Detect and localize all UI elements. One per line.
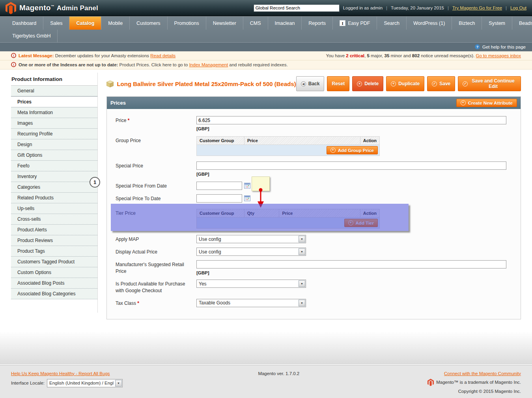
calendar-icon [244,182,250,189]
google-checkout-select[interactable]: Yes [196,280,306,288]
nav-item-cms[interactable]: CMS [243,17,268,30]
tier-price-label: Tier Price [116,209,196,229]
magento-version: Magento ver. 1.7.0.2 [205,371,353,398]
content-area: Product Information General Prices Meta … [0,69,532,331]
community-link[interactable]: Connect with the Magento Community [444,371,521,376]
get-help-link[interactable]: Get help for this page [482,45,526,49]
sidebar-title: Product Information [11,73,97,86]
sidebar-item-associated-blog-categories[interactable]: Associated Blog Categories [11,289,97,299]
nav-item-catalog[interactable]: Catalog [69,17,101,30]
delete-button[interactable]: Delete [352,76,383,91]
warning-icon [11,62,16,67]
special-from-input[interactable] [196,182,242,190]
sidebar-item-meta-information[interactable]: Meta Information [11,107,97,118]
sidebar-item-customers-tagged-product[interactable]: Customers Tagged Product [11,257,97,267]
top-header: Magento™Admin Panel Logged in as admin |… [0,0,532,16]
add-group-price-button[interactable]: Add Group Price [327,146,378,154]
action-buttons: Back Reset Delete Duplicate Save Save an… [296,76,521,91]
index-warning-bar: One or more of the Indexes are not up to… [0,60,532,69]
create-new-attribute-button[interactable]: Create New Attribute [456,99,517,107]
sidebar-item-general[interactable]: General [11,86,97,96]
back-button[interactable]: Back [296,76,325,91]
nav-item-reports[interactable]: Reports [302,17,333,30]
sidebar-item-label: Associated Blog Posts [17,280,64,286]
nav-item-label: Newsletter [213,21,236,26]
critical-count: 2 critical [346,53,364,58]
index-management-link[interactable]: Index Management [189,62,228,67]
nav-item-sales[interactable]: Sales [43,17,69,30]
nav-item-mobile[interactable]: Mobile [101,17,130,30]
sidebar-item-up-sells[interactable]: Up-sells [11,203,97,214]
sidebar-item-inventory[interactable]: Inventory [11,171,97,182]
price-input[interactable] [196,116,506,124]
tax-class-select[interactable]: Taxable Goods [196,299,306,307]
sidebar-item-cross-sells[interactable]: Cross-sells [11,214,97,225]
sidebar-item-images[interactable]: Images [11,118,97,129]
nav-item-newsletter[interactable]: Newsletter [206,17,243,30]
calendar-button[interactable] [244,195,251,202]
special-to-input[interactable] [196,194,242,203]
back-icon [301,81,306,86]
column-header: Action [360,209,379,218]
nav-item-biztech[interactable]: Biztech [452,17,482,30]
nav-item-beadsunlimited[interactable]: Beadsunlimited [512,17,532,30]
sidebar-item-product-tags[interactable]: Product Tags [11,246,97,257]
read-details-link[interactable]: Read details [150,53,175,58]
sidebar-item-categories[interactable]: Categories [11,182,97,193]
special-to-label: Special Price To Date [116,194,196,203]
trademark-text: Magento™ is a trademark of Magento Inc. [436,380,521,385]
tier-price-table: Customer GroupQtyPriceAction Add Tier [196,209,380,229]
try-magento-link[interactable]: Try Magento Go for Free [452,6,502,10]
nav-item-system[interactable]: System [482,17,512,30]
logout-link[interactable]: Log Out [510,6,526,10]
nav-item-easy-pdf[interactable]: Easy PDF [333,17,377,30]
sidebar-item-feefo[interactable]: Feefo [11,161,97,171]
msrp-input[interactable] [196,260,506,268]
index-warning-text: Product Prices. Click here to go to [118,62,189,67]
sidebar-item-gift-options[interactable]: Gift Options [11,150,97,161]
price-label: Price * [116,116,196,131]
sidebar-item-custom-options[interactable]: Custom Options [11,267,97,278]
column-header: Action [360,137,379,145]
sidebar-item-label: Product Tags [17,248,45,254]
display-actual-price-select[interactable]: Use config [196,248,306,256]
nav-item-imaclean[interactable]: Imaclean [268,17,302,30]
special-price-input[interactable] [196,161,506,170]
duplicate-button[interactable]: Duplicate [386,76,424,91]
chevron-down-icon [115,380,122,387]
nav-item-customers[interactable]: Customers [130,17,167,30]
sidebar-item-label: Recurring Profile [17,131,52,137]
reset-button[interactable]: Reset [327,76,349,91]
date-text: Tuesday, 20 January 2015 [391,6,444,10]
sidebar-item-label: Associated Blog Categories [17,291,75,297]
delete-icon [357,81,362,86]
sidebar-item-product-reviews[interactable]: Product Reviews [11,235,97,246]
question-icon [475,44,480,49]
save-continue-button[interactable]: Save and Continue Edit [458,76,521,91]
add-tier-button[interactable]: Add Tier [344,219,378,227]
apply-map-select[interactable]: Use config [196,235,306,243]
sidebar-item-related-products[interactable]: Related Products [11,193,97,203]
calendar-button[interactable] [244,182,251,190]
nav-item-label: System [489,21,505,26]
global-search-input[interactable] [254,4,340,12]
report-bugs-link[interactable]: Help Us Keep Magento Healthy - Report Al… [11,371,110,376]
interface-locale-select[interactable]: English (United Kingdom) / Engl [47,379,123,387]
nav-item-dashboard[interactable]: Dashboard [6,17,43,30]
messages-inbox-link[interactable]: Go to messages inbox [476,53,521,58]
nav-item-tigerbytes-gmbh[interactable]: Tigerbytes GmbH [6,30,58,42]
sidebar-item-design[interactable]: Design [11,139,97,150]
nav-item-search[interactable]: Search [377,17,407,30]
sidebar-item-prices[interactable]: Prices [11,96,97,107]
product-icon [106,81,114,87]
sidebar-item-recurring-profile[interactable]: Recurring Profile [11,129,97,139]
nav-item-promotions[interactable]: Promotions [168,17,206,30]
nav-item-label: Search [384,21,399,26]
nav-item-wordpress-1[interactable]: WordPress (1) [407,17,452,30]
annotation-step-1: 1 [90,177,100,188]
sidebar-item-label: Customers Tagged Product [17,259,75,265]
sidebar-item-associated-blog-posts[interactable]: Associated Blog Posts [11,278,97,289]
sidebar-item-product-alerts[interactable]: Product Alerts [11,225,97,235]
save-button[interactable]: Save [427,76,455,91]
nav-item-label: Customers [136,21,160,26]
